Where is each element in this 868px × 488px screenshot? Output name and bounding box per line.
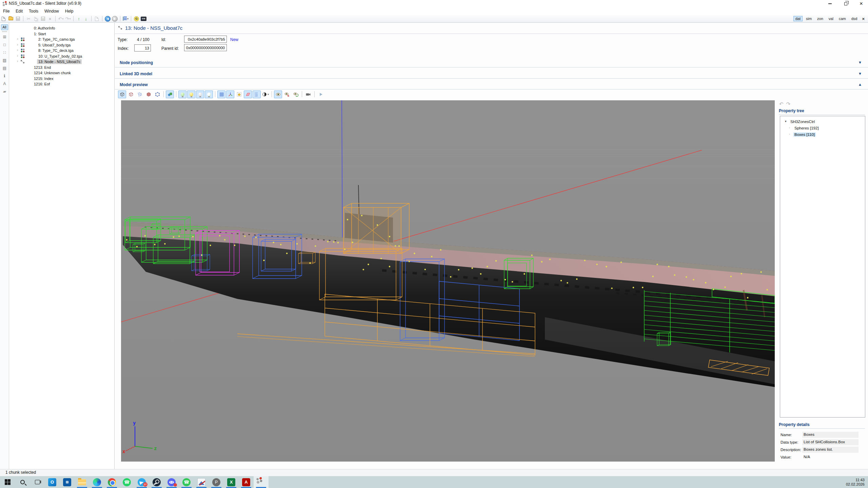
import-chunk-button[interactable] [93, 16, 100, 22]
paste-button[interactable] [39, 16, 46, 22]
node-filter-icon[interactable]: ⊞ [0, 35, 9, 39]
light-white-button[interactable] [196, 90, 204, 98]
material-filter-icon[interactable]: ▰ [0, 89, 9, 94]
tab-dsd[interactable]: dsd [849, 16, 860, 21]
open-file-button[interactable] [7, 16, 14, 22]
tree-item-selected[interactable]: ›13: Node - NSS_Uboat7c [9, 59, 114, 65]
tree-item[interactable]: ›10: U_Type7_body_02.tga [9, 54, 114, 59]
wireframe-cube-button[interactable] [118, 90, 126, 98]
model-preview-viewport[interactable]: yzx [121, 100, 775, 462]
back-button[interactable]: ◀ [104, 16, 111, 22]
taskbar-store-button[interactable]: ⊞ [60, 476, 75, 488]
menu-window[interactable]: Window [41, 8, 62, 14]
view-list-button[interactable]: ▾ [122, 16, 129, 22]
visibility-spheres-button[interactable]: S [283, 90, 291, 98]
move-down-button[interactable]: ↓ [82, 16, 90, 22]
chevron-right-icon[interactable]: › [17, 54, 18, 58]
taskbar-telegram-button[interactable]: 37 [134, 476, 149, 488]
bounding-cube-button[interactable] [153, 90, 161, 98]
property-redo-icon[interactable]: ↷ [786, 101, 793, 107]
taskbar-file-explorer-button[interactable] [75, 476, 90, 488]
tab-dat[interactable]: dat [793, 16, 803, 21]
chevron-down-icon[interactable]: ▾ [785, 120, 787, 123]
section-node-positioning[interactable]: Node positioning ▼ [115, 58, 868, 67]
taskbar-acrobat-button[interactable]: A [239, 476, 254, 488]
property-tree-root[interactable]: ▾ SH3ZonesCtrl [780, 119, 865, 125]
tree-item[interactable]: 1213: End [9, 65, 114, 70]
chevron-right-icon[interactable]: › [17, 48, 18, 52]
forward-button[interactable]: ▶ [111, 16, 118, 22]
chevron-right-icon[interactable]: › [17, 59, 18, 63]
axes-toggle-button[interactable] [226, 90, 234, 98]
restore-button[interactable] [842, 1, 849, 7]
goto-chunk-button[interactable]: G [133, 16, 140, 22]
light-half-button[interactable] [205, 90, 213, 98]
image-filter-icon[interactable]: ▨ [0, 58, 9, 63]
solid-cube-button[interactable] [144, 90, 153, 98]
taskbar-p-app-button[interactable]: P [209, 476, 224, 488]
camera-capture-button[interactable] [304, 90, 312, 98]
taskbar-edge-button[interactable] [90, 476, 104, 488]
cut-button[interactable]: ✂ [25, 16, 32, 22]
chevron-up-icon[interactable]: ▲ [858, 82, 862, 86]
tab-close-icon[interactable]: × [861, 16, 866, 21]
bounding-box-button[interactable] [235, 90, 243, 98]
undo-button[interactable]: ↶▾ [57, 16, 64, 22]
backface-cube-button[interactable] [127, 90, 135, 98]
tree-item[interactable]: 1: Start [9, 31, 114, 37]
property-undo-icon[interactable]: ↶ [779, 101, 786, 107]
taskbar-search-button[interactable] [15, 476, 30, 488]
taskbar-clock[interactable]: 11:43 02.02.2026 [846, 478, 865, 487]
tree-item[interactable]: 1214: Unknown chunk [9, 70, 114, 76]
id-field[interactable] [184, 36, 227, 43]
tree-item[interactable]: ›2: Type_7C_camo.tga [9, 37, 114, 42]
info-filter-icon[interactable]: ℹ [0, 74, 9, 78]
visibility-rotate-button[interactable] [292, 90, 300, 98]
parent-id-field[interactable] [184, 44, 227, 51]
chevron-right-icon[interactable]: › [789, 133, 790, 136]
model-filter-icon[interactable]: □ [0, 42, 9, 47]
tree-item[interactable]: 0: AuthorInfo [9, 25, 114, 31]
shapes-display-button[interactable] [166, 90, 174, 98]
tree-item[interactable]: 1216: Eof [9, 81, 114, 87]
chevron-right-icon[interactable]: › [17, 43, 18, 46]
minimize-button[interactable] [827, 1, 833, 7]
copy-button[interactable] [32, 16, 39, 22]
property-tree-item[interactable]: › Spheres [192] [780, 125, 865, 132]
tab-val[interactable]: val [827, 16, 835, 21]
section-model-preview[interactable]: Model preview ▲ [115, 80, 868, 89]
chevron-down-icon[interactable]: ▼ [858, 60, 862, 64]
clip-plane-button[interactable] [244, 90, 252, 98]
taskbar-start-button[interactable] [0, 476, 15, 488]
taskbar-phone-button[interactable]: ☎ [179, 476, 194, 488]
move-up-button[interactable]: ↑ [75, 16, 82, 22]
texture-filter-icon[interactable]: ∷ [0, 50, 9, 55]
tab-sim[interactable]: sim [804, 16, 814, 21]
menu-file[interactable]: File [0, 8, 13, 14]
redo-button[interactable]: ↷▾ [64, 16, 72, 22]
shading-mode-button[interactable]: ▾ [261, 90, 270, 98]
property-tree-item-selected[interactable]: › Boxes [110] [780, 132, 865, 138]
taskbar-task-view-button[interactable] [30, 476, 45, 488]
text-filter-icon[interactable]: ▤ [0, 66, 9, 70]
visibility-eye-button[interactable] [274, 90, 282, 98]
delete-button[interactable]: × [46, 16, 54, 22]
close-button[interactable]: × [858, 1, 865, 7]
menu-help[interactable]: Help [62, 8, 77, 14]
filter-all-button[interactable]: All [1, 24, 8, 30]
label-filter-icon[interactable]: A [0, 81, 9, 86]
taskbar-excel-button[interactable]: X [224, 476, 239, 488]
menu-edit[interactable]: Edit [13, 8, 26, 14]
index-field[interactable] [134, 44, 151, 52]
taskbar-whatsapp-button[interactable]: ☎ [119, 476, 134, 488]
chevron-right-icon[interactable]: › [17, 37, 18, 41]
chevron-down-icon[interactable]: ▼ [858, 72, 862, 76]
taskbar-outlook-button[interactable]: O [45, 476, 60, 488]
tree-item[interactable]: ›8: Type_7C_deck.tga [9, 48, 114, 54]
taskbar-s3d-button[interactable] [254, 476, 269, 488]
vertex-points-button[interactable] [136, 90, 144, 98]
origin-xyz-button[interactable]: X=0Y=0Z=0 [253, 90, 261, 98]
new-file-button[interactable] [0, 16, 7, 22]
menu-tools[interactable]: Tools [26, 8, 41, 14]
light-green-button[interactable] [178, 90, 186, 98]
